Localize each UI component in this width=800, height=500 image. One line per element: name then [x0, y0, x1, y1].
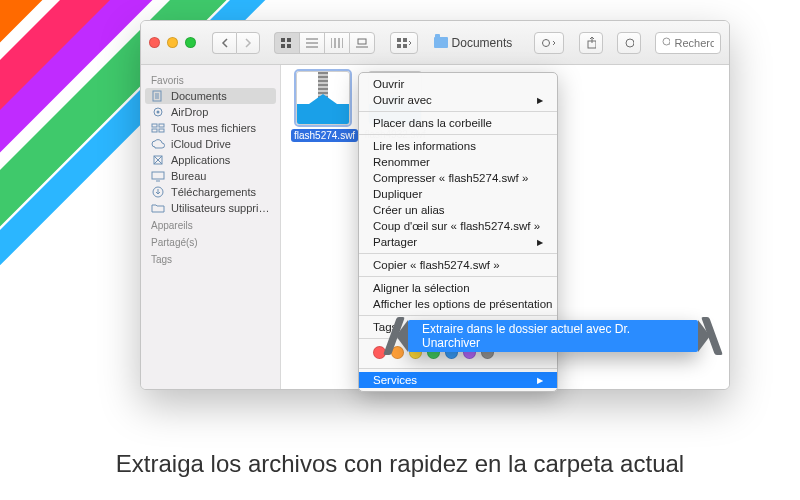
- sidebar-item-label: Bureau: [171, 170, 206, 182]
- menu-item-label: Compresser « flash5274.swf »: [373, 172, 528, 184]
- sidebar-item-label: Téléchargements: [171, 186, 256, 198]
- sidebar-header: Partagé(s): [141, 233, 280, 250]
- menu-item[interactable]: Compresser « flash5274.swf »: [359, 170, 557, 186]
- svg-rect-19: [159, 129, 164, 132]
- tags-button[interactable]: [617, 32, 641, 54]
- menu-item[interactable]: Coup d'œil sur « flash5274.swf »: [359, 218, 557, 234]
- svg-rect-21: [152, 172, 164, 179]
- services-submenu-item[interactable]: Extraire dans le dossier actuel avec Dr.…: [408, 320, 698, 352]
- menu-item[interactable]: Renommer: [359, 154, 557, 170]
- menu-separator: [359, 111, 557, 112]
- sidebar-item-label: Documents: [171, 90, 227, 102]
- menu-item-label: Services: [373, 374, 417, 386]
- menu-item-label: Lire les informations: [373, 140, 476, 152]
- menu-separator: [359, 368, 557, 369]
- svg-rect-0: [281, 38, 285, 42]
- coverflow-view-button[interactable]: [349, 32, 375, 54]
- menu-item-label: Copier « flash5274.swf »: [373, 259, 500, 271]
- svg-rect-16: [152, 124, 157, 127]
- titlebar: Documents: [141, 21, 729, 65]
- menu-item-label: Créer un alias: [373, 204, 445, 216]
- menu-item[interactable]: Ouvrir avec: [359, 92, 557, 108]
- menu-item[interactable]: Afficher les options de présentation: [359, 296, 557, 312]
- zoom-icon[interactable]: [185, 37, 196, 48]
- menu-item[interactable]: Copier « flash5274.swf »: [359, 257, 557, 273]
- all-icon: [151, 122, 165, 134]
- svg-rect-8: [403, 44, 407, 48]
- submenu-label: Extraire dans le dossier actuel avec Dr.…: [422, 322, 684, 350]
- svg-rect-7: [397, 44, 401, 48]
- sidebar-item-label: iCloud Drive: [171, 138, 231, 150]
- back-button[interactable]: [212, 32, 236, 54]
- cloud-icon: [151, 138, 165, 150]
- sidebar-item-documents[interactable]: Documents: [145, 88, 276, 104]
- view-switcher: [274, 32, 375, 54]
- file-item[interactable]: flash5274.swf: [291, 71, 355, 142]
- marketing-caption: Extraiga los archivos con rapidez en la …: [0, 450, 800, 478]
- down-icon: [151, 186, 165, 198]
- search-input[interactable]: [674, 37, 713, 49]
- sidebar-item-label: Utilisateurs suppri…: [171, 202, 269, 214]
- desktop-icon: [151, 170, 165, 182]
- search-icon: [662, 37, 670, 48]
- list-view-button[interactable]: [299, 32, 324, 54]
- svg-rect-1: [287, 38, 291, 42]
- sidebar-item-utilisateurs-suppri-[interactable]: Utilisateurs suppri…: [141, 200, 280, 216]
- sidebar-item-bureau[interactable]: Bureau: [141, 168, 280, 184]
- menu-item-label: Renommer: [373, 156, 430, 168]
- column-view-button[interactable]: [324, 32, 349, 54]
- svg-rect-18: [152, 129, 157, 132]
- menu-item[interactable]: Placer dans la corbeille: [359, 115, 557, 131]
- nav-buttons: [212, 32, 260, 54]
- svg-point-9: [543, 39, 550, 46]
- sidebar-item-label: Tous mes fichiers: [171, 122, 256, 134]
- svg-rect-5: [397, 38, 401, 42]
- menu-item-label: Placer dans la corbeille: [373, 117, 492, 129]
- menu-separator: [359, 253, 557, 254]
- archive-icon: [296, 71, 350, 125]
- folder-icon: [151, 202, 165, 214]
- svg-point-11: [626, 39, 634, 47]
- svg-rect-3: [287, 44, 291, 48]
- sidebar-item-label: AirDrop: [171, 106, 208, 118]
- menu-separator: [359, 276, 557, 277]
- menu-item-label: Coup d'œil sur « flash5274.swf »: [373, 220, 540, 232]
- sidebar-item-t-l-chargements[interactable]: Téléchargements: [141, 184, 280, 200]
- share-button[interactable]: [579, 32, 603, 54]
- menu-item[interactable]: Créer un alias: [359, 202, 557, 218]
- svg-rect-2: [281, 44, 285, 48]
- icon-view-button[interactable]: [274, 32, 299, 54]
- svg-rect-6: [403, 38, 407, 42]
- menu-item[interactable]: Dupliquer: [359, 186, 557, 202]
- close-icon[interactable]: [149, 37, 160, 48]
- forward-button[interactable]: [236, 32, 260, 54]
- arrange-button[interactable]: [390, 32, 418, 54]
- menu-item-services[interactable]: Services: [359, 372, 557, 388]
- svg-rect-4: [358, 39, 366, 44]
- menu-separator: [359, 134, 557, 135]
- sidebar-item-applications[interactable]: Applications: [141, 152, 280, 168]
- menu-item[interactable]: Aligner la sélection: [359, 280, 557, 296]
- svg-point-12: [663, 38, 670, 45]
- menu-item[interactable]: Lire les informations: [359, 138, 557, 154]
- action-button[interactable]: [534, 32, 564, 54]
- minimize-icon[interactable]: [167, 37, 178, 48]
- menu-item-label: Partager: [373, 236, 417, 248]
- window-title-text: Documents: [452, 36, 513, 50]
- menu-separator: [359, 315, 557, 316]
- apps-icon: [151, 154, 165, 166]
- sidebar-item-label: Applications: [171, 154, 230, 166]
- sidebar-header: Favoris: [141, 71, 280, 88]
- menu-item-label: Afficher les options de présentation: [373, 298, 552, 310]
- window-controls: [149, 37, 196, 48]
- sidebar: FavorisDocumentsAirDropTous mes fichiers…: [141, 65, 281, 389]
- menu-item-label: Ouvrir avec: [373, 94, 432, 106]
- sidebar-item-airdrop[interactable]: AirDrop: [141, 104, 280, 120]
- search-field[interactable]: [655, 32, 721, 54]
- sidebar-item-tous-mes-fichiers[interactable]: Tous mes fichiers: [141, 120, 280, 136]
- menu-item-label: Aligner la sélection: [373, 282, 470, 294]
- doc-icon: [151, 90, 165, 102]
- menu-item[interactable]: Partager: [359, 234, 557, 250]
- menu-item[interactable]: Ouvrir: [359, 76, 557, 92]
- sidebar-item-icloud-drive[interactable]: iCloud Drive: [141, 136, 280, 152]
